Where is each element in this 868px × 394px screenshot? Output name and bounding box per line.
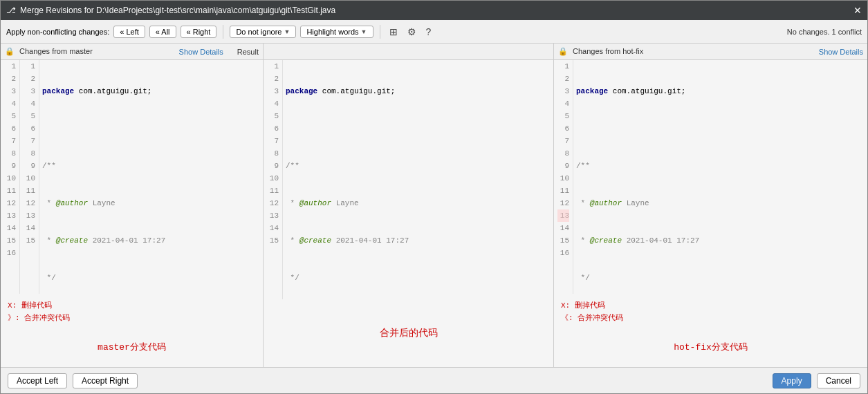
title-bar-left: ⎇ Merge Revisions for D:\IdeaProjects\gi…: [6, 6, 335, 15]
master-branch-label: master分支代码: [1, 327, 263, 367]
code-line: * @author Layne: [576, 197, 865, 209]
code-line: */: [286, 272, 551, 284]
center-panel: 123456 789101112 131415 package com.atgu…: [264, 44, 554, 367]
grid-icon[interactable]: ⊞: [387, 25, 400, 39]
highlight-dropdown[interactable]: Highlight words ▼: [300, 26, 373, 38]
lock-icon: 🔒: [5, 47, 15, 55]
settings-icon[interactable]: ⚙: [405, 25, 419, 39]
bottom-bar: Accept Left Accept Right Apply Cancel: [1, 367, 867, 393]
left-annotation-arrow: 》: 合并冲突代码: [8, 312, 256, 324]
code-line: [286, 122, 551, 135]
accept-right-button[interactable]: Accept Right: [73, 373, 138, 388]
lock-icon-right: 🔒: [558, 47, 568, 55]
center-panel-header: [264, 44, 553, 60]
ignore-dropdown[interactable]: Do not ignore ▼: [230, 26, 296, 38]
close-button[interactable]: ✕: [853, 5, 862, 16]
code-line: * @author Layne: [42, 197, 263, 209]
bottom-right-buttons: Apply Cancel: [773, 373, 860, 388]
cancel-button[interactable]: Cancel: [817, 373, 860, 388]
highlight-label: Highlight words: [306, 28, 358, 36]
right-code-content: package com.atguigu.git; /** * @author L…: [573, 60, 867, 294]
all-btn[interactable]: « All: [149, 26, 176, 38]
right-branch-name: Changes from hot-fix: [573, 47, 643, 55]
apply-button[interactable]: Apply: [773, 373, 811, 388]
right-panel: 🔒 Changes from hot-fix Show Details 1234…: [554, 44, 867, 367]
left-btn[interactable]: « Left: [113, 26, 145, 38]
toolbar: Apply non-conflicting changes: « Left « …: [1, 20, 867, 44]
right-show-details[interactable]: Show Details: [819, 48, 863, 56]
chevron-down-icon: ▼: [284, 28, 290, 35]
left-line-numbers: 123456 789101112 13141516: [1, 60, 20, 294]
code-line: */: [576, 272, 865, 284]
result-label: Result: [237, 48, 259, 56]
code-line: * @create 2021-04-01 17:27: [286, 234, 551, 247]
separator-1: [223, 25, 223, 39]
merged-label: 合并后的代码: [264, 299, 553, 367]
chevron-down-icon-2: ▼: [361, 28, 367, 35]
left-branch-name: Changes from master: [19, 47, 93, 55]
right-panel-title: 🔒 Changes from hot-fix: [558, 47, 643, 56]
center-panel-inner: 123456 789101112 131415 package com.atgu…: [264, 60, 553, 299]
center-line-numbers: 123456 789101112 131415: [264, 60, 283, 299]
left-panel-inner: 123456 789101112 13141516 123456 7891011…: [1, 60, 263, 294]
code-line: package com.atguigu.git;: [576, 85, 865, 97]
left-show-details[interactable]: Show Details: [179, 48, 223, 56]
code-line: [42, 122, 263, 135]
code-line: package com.atguigu.git;: [286, 85, 551, 97]
code-line: [576, 122, 865, 135]
right-btn[interactable]: « Right: [181, 26, 217, 38]
bottom-left-buttons: Accept Left Accept Right: [8, 373, 138, 388]
code-line: package com.atguigu.git;: [42, 85, 263, 97]
no-changes-text: No changes. 1 conflict: [787, 28, 862, 36]
left-panel-header: 🔒 Changes from master Show Details Resul…: [1, 44, 263, 60]
right-line-numbers: 123456 789101112 13 141516: [554, 60, 573, 294]
center-code-content: package com.atguigu.git; /** * @author L…: [283, 60, 553, 299]
left-result-numbers: 123456 789101112 131415: [20, 60, 39, 294]
left-annotation-x: X: 删掉代码: [8, 299, 256, 312]
window-icon: ⎇: [6, 6, 16, 15]
left-annotation: X: 删掉代码 》: 合并冲突代码: [1, 294, 263, 327]
apply-label: Apply non-conflicting changes:: [6, 28, 109, 36]
code-line: /**: [576, 160, 865, 172]
main-area: 🔒 Changes from master Show Details Resul…: [1, 44, 867, 367]
help-icon[interactable]: ?: [423, 25, 434, 39]
separator-2: [380, 25, 380, 39]
left-code-content: package com.atguigu.git; /** * @author L…: [39, 60, 263, 294]
hotfix-branch-label: hot-fix分支代码: [554, 327, 867, 367]
right-panel-header: 🔒 Changes from hot-fix Show Details: [554, 44, 867, 60]
code-line: * @create 2021-04-01 17:27: [576, 234, 865, 247]
left-panel-title: 🔒 Changes from master: [5, 47, 93, 56]
right-panel-inner: 123456 789101112 13 141516 package com.a…: [554, 60, 867, 294]
window-title: Merge Revisions for D:\IdeaProjects\git-…: [20, 6, 335, 15]
right-annotation-arrow: 《: 合并冲突代码: [561, 312, 860, 324]
right-annotation: X: 删掉代码 《: 合并冲突代码: [554, 294, 867, 327]
code-line: */: [42, 272, 263, 284]
right-annotation-x: X: 删掉代码: [561, 299, 860, 312]
code-line: /**: [286, 160, 551, 172]
left-panel: 🔒 Changes from master Show Details Resul…: [1, 44, 264, 367]
ignore-label: Do not ignore: [236, 28, 281, 36]
code-line: * @author Layne: [286, 197, 551, 209]
code-line: /**: [42, 160, 263, 172]
accept-left-button[interactable]: Accept Left: [8, 373, 67, 388]
code-line: * @create 2021-04-01 17:27: [42, 234, 263, 247]
title-bar: ⎇ Merge Revisions for D:\IdeaProjects\gi…: [1, 1, 867, 20]
merge-revisions-window: ⎇ Merge Revisions for D:\IdeaProjects\gi…: [0, 0, 868, 394]
